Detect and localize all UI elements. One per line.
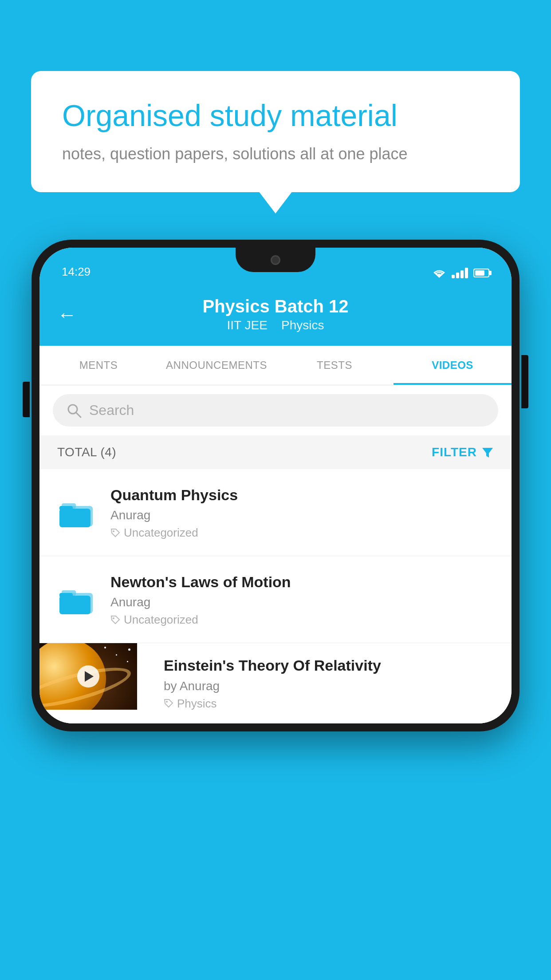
filter-icon bbox=[481, 446, 494, 458]
tab-announcements[interactable]: ANNOUNCEMENTS bbox=[157, 346, 276, 385]
video-author: Anurag bbox=[110, 595, 494, 609]
video-list: Quantum Physics Anurag Uncategorized bbox=[39, 469, 512, 723]
video-author: by Anurag bbox=[164, 679, 498, 693]
tab-ments[interactable]: MENTS bbox=[39, 346, 157, 385]
video-tag: Physics bbox=[164, 697, 498, 711]
status-icons bbox=[432, 267, 489, 279]
phone-notch bbox=[236, 248, 315, 272]
play-button[interactable] bbox=[77, 665, 99, 688]
folder-svg-icon bbox=[59, 584, 95, 615]
total-count: TOTAL (4) bbox=[57, 445, 116, 459]
tab-tests[interactable]: TESTS bbox=[276, 346, 394, 385]
app-header: ← Physics Batch 12 IIT JEE Physics bbox=[39, 283, 512, 346]
status-bar: 14:29 bbox=[39, 248, 512, 283]
folder-icon bbox=[57, 580, 97, 620]
filter-bar: TOTAL (4) FILTER bbox=[39, 435, 512, 469]
video-info: Einstein's Theory Of Relativity by Anura… bbox=[150, 643, 512, 723]
list-item[interactable]: Einstein's Theory Of Relativity by Anura… bbox=[39, 643, 512, 723]
svg-point-13 bbox=[166, 701, 168, 703]
speech-bubble-section: Organised study material notes, question… bbox=[31, 71, 520, 192]
speech-bubble-title: Organised study material bbox=[62, 98, 489, 134]
tag-label: Physics bbox=[177, 697, 217, 711]
search-container: Search bbox=[39, 385, 512, 435]
speech-bubble-card: Organised study material notes, question… bbox=[31, 71, 520, 192]
phone-outer-frame: 14:29 bbox=[31, 240, 520, 731]
tag-label: Uncategorized bbox=[124, 613, 198, 627]
svg-rect-5 bbox=[59, 509, 91, 527]
list-item[interactable]: Newton's Laws of Motion Anurag Uncategor… bbox=[39, 556, 512, 643]
tab-videos[interactable]: VIDEOS bbox=[394, 346, 512, 385]
wifi-icon bbox=[432, 267, 446, 279]
header-text-group: Physics Batch 12 IIT JEE Physics bbox=[202, 296, 348, 332]
search-icon bbox=[66, 403, 82, 419]
speech-bubble-subtitle: notes, question papers, solutions all at… bbox=[62, 145, 489, 163]
battery-icon bbox=[473, 269, 489, 277]
tag-icon bbox=[110, 528, 120, 538]
video-info: Newton's Laws of Motion Anurag Uncategor… bbox=[110, 572, 494, 627]
filter-label: FILTER bbox=[432, 445, 477, 459]
svg-line-1 bbox=[76, 412, 81, 417]
video-title: Einstein's Theory Of Relativity bbox=[164, 656, 498, 675]
svg-rect-10 bbox=[59, 596, 91, 614]
header-subtitle-part2: Physics bbox=[281, 318, 324, 332]
video-title: Quantum Physics bbox=[110, 485, 494, 505]
video-tag: Uncategorized bbox=[110, 613, 494, 627]
phone-mockup: 14:29 bbox=[31, 240, 520, 731]
signal-icon bbox=[452, 268, 468, 278]
camera-dot bbox=[271, 255, 280, 265]
svg-rect-11 bbox=[59, 593, 73, 597]
svg-rect-6 bbox=[59, 506, 73, 510]
tag-icon bbox=[110, 615, 120, 625]
phone-screen: 14:29 bbox=[39, 248, 512, 723]
video-info: Quantum Physics Anurag Uncategorized bbox=[110, 485, 494, 540]
svg-point-7 bbox=[113, 530, 114, 532]
back-button[interactable]: ← bbox=[57, 304, 77, 326]
list-item[interactable]: Quantum Physics Anurag Uncategorized bbox=[39, 469, 512, 556]
video-tag: Uncategorized bbox=[110, 526, 494, 540]
video-thumbnail bbox=[39, 643, 137, 710]
tabs-bar: MENTS ANNOUNCEMENTS TESTS VIDEOS bbox=[39, 346, 512, 385]
header-subtitle-part1: IIT JEE bbox=[227, 318, 268, 332]
status-time: 14:29 bbox=[62, 265, 91, 279]
video-author: Anurag bbox=[110, 508, 494, 522]
folder-icon bbox=[57, 493, 97, 533]
svg-point-12 bbox=[113, 617, 114, 619]
svg-marker-2 bbox=[482, 448, 493, 458]
header-title: Physics Batch 12 bbox=[202, 296, 348, 316]
header-subtitle: IIT JEE Physics bbox=[202, 318, 348, 332]
search-placeholder: Search bbox=[89, 402, 134, 419]
search-bar[interactable]: Search bbox=[53, 394, 498, 427]
tag-icon bbox=[164, 699, 173, 708]
tag-label: Uncategorized bbox=[124, 526, 198, 540]
video-title: Newton's Laws of Motion bbox=[110, 572, 494, 592]
filter-button[interactable]: FILTER bbox=[432, 445, 494, 459]
folder-svg-icon bbox=[59, 497, 95, 528]
